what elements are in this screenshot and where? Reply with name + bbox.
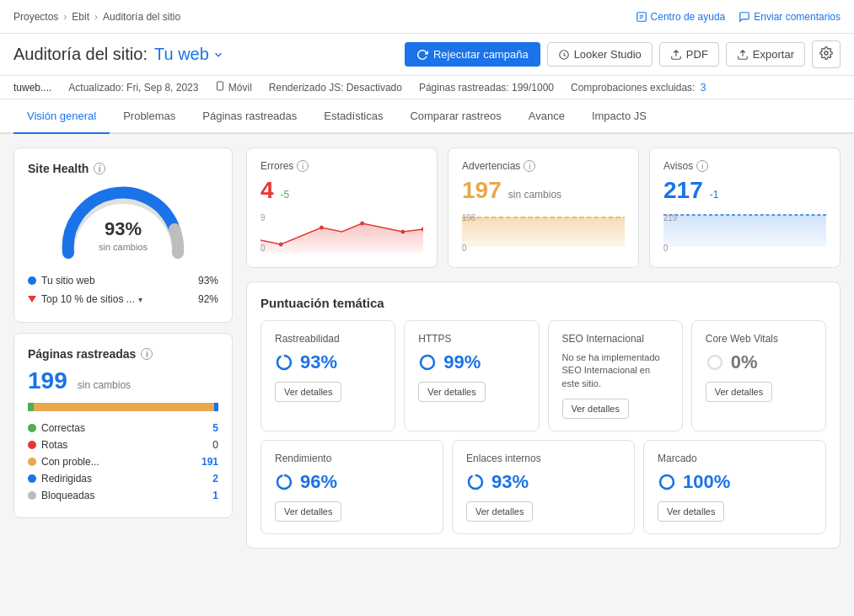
btn-details-rendimiento[interactable]: Ver detalles: [275, 501, 341, 522]
thematic-title-https: HTTPS: [418, 333, 524, 345]
rerun-button[interactable]: Rejecutar campaña: [405, 42, 540, 67]
site-name-button[interactable]: Tu web: [154, 45, 224, 64]
tab-vision-general[interactable]: Visión general: [13, 99, 110, 134]
val-rotas: 0: [212, 439, 218, 451]
meta-bar: tuweb.... Actualizado: Fri, Sep 8, 2023 …: [0, 76, 854, 99]
updated-date: Actualizado: Fri, Sep 8, 2023: [68, 82, 198, 94]
stats-row: Errores i 4 -5 9 0: [246, 147, 841, 268]
errores-info-icon[interactable]: i: [297, 160, 309, 172]
tab-avance[interactable]: Avance: [515, 99, 578, 134]
legend-value-top10: 92%: [198, 293, 218, 305]
pages-progress-bar: [28, 403, 218, 411]
label-con-prob: Con proble...: [41, 456, 99, 468]
advertencias-info-icon[interactable]: i: [524, 160, 535, 172]
chevron-down-icon: [212, 49, 224, 61]
circle-progress-rendimiento: [275, 473, 293, 491]
excluded-checks: Comprobaciones excluidas: 3: [571, 82, 706, 94]
export-button[interactable]: Exportar: [726, 42, 805, 67]
pages-crawled-card: Páginas rastreadas i 199 sin cambios Cor…: [13, 333, 233, 518]
val-con-prob[interactable]: 191: [201, 456, 218, 468]
js-render: Renderizado JS: Desactivado: [269, 82, 402, 94]
legend-rotas: Rotas 0: [28, 437, 218, 453]
thematic-score-row-rastreabilidad: 93%: [275, 351, 381, 373]
breadcrumb-projects[interactable]: Proyectos: [13, 11, 58, 23]
svg-text:219: 219: [663, 213, 677, 222]
btn-details-enlaces[interactable]: Ver detalles: [466, 501, 533, 522]
avisos-delta: -1: [710, 189, 719, 201]
thematic-section: Puntuación temática Rastreabilidad 93% V…: [246, 281, 841, 549]
val-bloqueadas[interactable]: 1: [212, 490, 218, 501]
feedback-link[interactable]: Enviar comentarios: [739, 11, 841, 23]
svg-text:0: 0: [260, 244, 266, 253]
pages-info-icon[interactable]: i: [141, 348, 153, 360]
top-nav: Proyectos › Ebit › Auditoría del sitio C…: [0, 0, 854, 34]
breadcrumb-sep2: ›: [94, 11, 98, 23]
breadcrumb: Proyectos › Ebit › Auditoría del sitio: [13, 11, 180, 23]
excluded-count[interactable]: 3: [701, 82, 706, 94]
avisos-info-icon[interactable]: i: [696, 160, 708, 172]
thematic-title-marcado: Marcado: [658, 453, 812, 464]
circle-progress-marcado: [658, 473, 676, 491]
label-bloqueadas: Bloqueadas: [41, 490, 94, 501]
avisos-chart: 219 0: [663, 211, 826, 253]
dot-con-prob: [28, 458, 36, 466]
svg-rect-17: [663, 215, 826, 247]
thematic-grid-row1: Rastreabilidad 93% Ver detalles HTTPS 99…: [260, 320, 826, 431]
val-correctas[interactable]: 5: [212, 422, 218, 434]
circle-progress-rastreabilidad: [275, 353, 293, 372]
tab-comparar-rastreos[interactable]: Comparar rastreos: [396, 99, 514, 134]
btn-details-rastreabilidad[interactable]: Ver detalles: [275, 382, 341, 402]
legend-item-top10: Top 10 % de sitios ... ▾ 92%: [28, 290, 218, 308]
tab-impacto-js[interactable]: Impacto JS: [578, 99, 660, 134]
svg-text:9: 9: [260, 213, 265, 222]
breadcrumb-ebit[interactable]: Ebit: [72, 11, 89, 23]
legend-left-site: Tu sitio web: [28, 275, 95, 287]
legend-bloqueadas: Bloqueadas 1: [28, 487, 218, 504]
avisos-value: 217: [663, 177, 703, 204]
svg-text:0: 0: [462, 244, 467, 253]
export-icon: [737, 49, 749, 61]
svg-point-25: [708, 356, 722, 369]
thematic-card-enlaces: Enlaces internos 93% Ver detalles: [452, 440, 635, 534]
thematic-card-seo-int: SEO Internacional No se ha implementado …: [548, 320, 683, 431]
pdf-button[interactable]: PDF: [659, 42, 719, 67]
btn-details-seo-int[interactable]: Ver detalles: [562, 399, 629, 419]
dot-redirigidas: [28, 474, 36, 483]
top-nav-right: Centro de ayuda Enviar comentarios: [636, 11, 841, 23]
site-health-info-icon[interactable]: i: [94, 163, 105, 174]
thematic-score-row-enlaces: 93%: [466, 471, 620, 493]
circle-progress-enlaces: [466, 473, 485, 491]
looker-button[interactable]: Looker Studio: [547, 42, 653, 67]
stat-card-errores: Errores i 4 -5 9 0: [246, 147, 438, 268]
thematic-title-cwv: Core Web Vitals: [706, 333, 812, 345]
gauge-text: 93% sin cambios: [99, 218, 148, 253]
thematic-title: Puntuación temática: [260, 296, 826, 310]
label-rotas: Rotas: [41, 439, 67, 451]
pages-title: Páginas rastreadas i: [28, 347, 218, 361]
tab-estadisticas[interactable]: Estadísticas: [310, 99, 396, 134]
btn-details-https[interactable]: Ver detalles: [418, 382, 485, 402]
thematic-score-row-https: 99%: [418, 351, 524, 373]
errores-value: 4: [260, 177, 274, 204]
settings-button[interactable]: [812, 40, 841, 68]
tab-paginas-rastreadas[interactable]: Páginas rastreadas: [189, 99, 310, 134]
val-redirigidas[interactable]: 2: [212, 473, 218, 485]
thematic-card-rendimiento: Rendimiento 96% Ver detalles: [260, 440, 443, 534]
main-content: Site Health i 93% sin cambios: [0, 134, 854, 562]
pages-count-sub: sin cambios: [78, 379, 131, 391]
thematic-card-https: HTTPS 99% Ver detalles: [404, 320, 539, 431]
message-icon: [739, 11, 750, 23]
sidebar: Site Health i 93% sin cambios: [13, 147, 233, 549]
looker-icon: [558, 49, 570, 61]
thematic-score-row-marcado: 100%: [658, 471, 812, 493]
stat-card-advertencias: Advertencias i 197 sin cambios 198 0: [448, 147, 639, 268]
tab-problemas[interactable]: Problemas: [110, 99, 189, 134]
btn-details-cwv[interactable]: Ver detalles: [706, 382, 772, 402]
svg-point-2: [824, 51, 828, 55]
chevron-down-legend-icon[interactable]: ▾: [138, 295, 142, 304]
btn-details-marcado[interactable]: Ver detalles: [658, 501, 724, 522]
svg-point-27: [277, 475, 291, 489]
stat-value-row-errores: 4 -5: [260, 177, 423, 204]
right-content: Errores i 4 -5 9 0: [246, 147, 841, 549]
help-link[interactable]: Centro de ayuda: [636, 11, 726, 23]
